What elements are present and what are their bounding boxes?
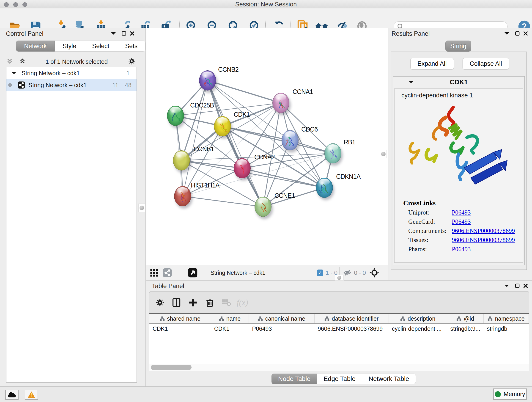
network-status-dot — [8, 83, 12, 87]
control-panel: Control Panel NetworkStyleSelectSets 1 o… — [0, 28, 146, 386]
crosshair-icon — [369, 268, 380, 278]
crosslink-link[interactable]: P06493 — [452, 209, 471, 216]
node-label-CDC25B: CDC25B — [190, 101, 214, 109]
node-CCNA2[interactable] — [234, 158, 251, 178]
table-cell[interactable]: CDK1 — [211, 324, 249, 333]
tab-edge-table[interactable]: Edge Table — [317, 374, 362, 384]
network-collection-row[interactable]: String Network – cdk1 1 — [6, 67, 137, 79]
tab-string[interactable]: String — [445, 41, 471, 51]
node-result-header[interactable]: CDK1 — [393, 77, 525, 88]
tab-select[interactable]: Select — [84, 41, 117, 51]
node-CDK1[interactable] — [214, 116, 231, 136]
table-cell[interactable]: cyclin-dependent ... — [389, 324, 447, 333]
node-label-CCNA1: CCNA1 — [293, 88, 313, 96]
delete-table-button — [220, 296, 233, 309]
left-splitter-handle[interactable] — [138, 204, 145, 212]
node-result-body: cyclin-dependent kinase 1 — [394, 89, 523, 263]
table-options-button[interactable] — [153, 296, 166, 309]
table-panel-float-button[interactable] — [513, 282, 521, 289]
control-panel-close-button[interactable] — [128, 30, 136, 37]
edge-CCNB2-CCNA1[interactable] — [208, 80, 281, 103]
external-arrow-icon — [188, 268, 198, 278]
center-view-button[interactable] — [369, 268, 380, 278]
table-cell[interactable]: P06493 — [249, 324, 314, 333]
control-panel-title: Control Panel — [6, 30, 44, 37]
show-grid-button[interactable] — [150, 268, 159, 278]
tab-network[interactable]: Network — [16, 41, 55, 51]
column-header-database-identifier[interactable]: database identifier — [315, 314, 389, 323]
table-cell[interactable]: stringdb — [484, 324, 529, 333]
scrollbar-thumb[interactable] — [151, 365, 191, 370]
delete-columns-button[interactable] — [203, 296, 216, 309]
node-result-section: CDK1 cyclin-dependent kinase 1 — [393, 76, 525, 265]
crosslink-row: Tissues:9606.ENSP00000378699 — [408, 236, 523, 244]
create-column-button[interactable] — [186, 296, 199, 309]
tab-network-table[interactable]: Network Table — [362, 374, 416, 384]
node-CDC6[interactable] — [282, 130, 298, 150]
crosslink-link[interactable]: 9606.ENSP00000378699 — [452, 236, 515, 244]
collapse-all-networks-button[interactable] — [19, 58, 26, 65]
expand-all-button[interactable]: Expand All — [410, 58, 454, 70]
node-label-CCNA2: CCNA2 — [254, 153, 275, 161]
crosslink-row: Compartments:9606.ENSP00000378699 — [408, 227, 523, 235]
node-CCNE1[interactable] — [254, 197, 272, 217]
node-CCNA1[interactable] — [272, 93, 289, 113]
control-panel-menu-button[interactable] — [109, 30, 117, 37]
node-CDC25B[interactable] — [167, 106, 184, 126]
table-row[interactable]: CDK1CDK1P064939606.ENSP00000378699cyclin… — [149, 324, 529, 333]
edge-CCNB1-CCNA2[interactable] — [181, 160, 242, 168]
network-edges — [146, 28, 388, 265]
control-panel-float-button[interactable] — [120, 30, 128, 37]
results-panel-float-button[interactable] — [513, 30, 521, 37]
column-header-@id[interactable]: @id — [447, 314, 484, 323]
column-header-namespace[interactable]: namespace — [484, 314, 529, 323]
crosslink-link[interactable]: 9606.ENSP00000378699 — [452, 227, 515, 235]
network-canvas[interactable]: CCNB2CCNA1CDC25BCDK1CDC6RB1CCNB1CCNA2CDK… — [146, 28, 388, 265]
network-view-title: String Network – cdk1 — [210, 268, 269, 278]
crosslink-label: Pharos: — [408, 246, 452, 253]
crosslink-link[interactable]: P06493 — [452, 218, 471, 225]
node-CCNB2[interactable] — [199, 70, 216, 90]
edge-HIST1H1A-CCNE1[interactable] — [183, 196, 263, 207]
results-panel-menu-button[interactable] — [503, 30, 511, 37]
memory-button[interactable]: Memory — [493, 389, 527, 400]
table-cell[interactable]: 9606.ENSP00000378699 — [315, 324, 389, 333]
node-CCNB1[interactable] — [173, 150, 190, 171]
tab-style[interactable]: Style — [55, 41, 84, 51]
column-header-label: description — [408, 315, 435, 322]
column-header-canonical-name[interactable]: canonical name — [249, 314, 315, 323]
tab-node-table[interactable]: Node Table — [272, 374, 317, 384]
results-panel-close-button[interactable] — [522, 30, 530, 37]
expand-all-networks-button[interactable] — [6, 58, 13, 65]
float-window-icon — [121, 31, 127, 36]
column-header-shared-name[interactable]: shared name — [149, 314, 211, 323]
node-RB1[interactable] — [324, 143, 341, 163]
right-splitter-handle[interactable] — [380, 150, 387, 158]
table-panel: Table Panel — [146, 280, 532, 386]
collection-count: 1 — [127, 70, 130, 77]
warnings-button[interactable] — [25, 390, 38, 400]
open-in-window-button[interactable] — [188, 268, 198, 278]
node-CDKN1A[interactable] — [316, 178, 333, 198]
table-panel-menu-button[interactable] — [503, 282, 511, 289]
bottom-splitter-handle[interactable] — [335, 275, 344, 281]
cloud-status-button[interactable] — [5, 390, 19, 400]
network-list-options-button[interactable] — [128, 57, 136, 66]
table-panel-close-button[interactable] — [522, 282, 530, 289]
network-label: String Network – cdk1 — [28, 82, 87, 89]
show-columns-button[interactable] — [170, 296, 183, 309]
birdseye-toggle-button[interactable] — [162, 268, 172, 278]
node-label-HIST1H1A: HIST1H1A — [191, 181, 220, 189]
network-row-selected[interactable]: String Network – cdk1 11 48 — [6, 79, 137, 91]
table-cell[interactable]: CDK1 — [149, 324, 211, 333]
column-header-description[interactable]: description — [389, 314, 447, 323]
tab-sets[interactable]: Sets — [117, 41, 146, 51]
column-header-name[interactable]: name — [211, 314, 249, 323]
fx-icon: f(x) — [237, 298, 248, 307]
node-label-CCNB2: CCNB2 — [218, 65, 239, 73]
crosslink-link[interactable]: P06493 — [452, 246, 471, 253]
table-cell[interactable]: stringdb:9... — [447, 324, 484, 333]
share-gray-icon — [162, 268, 172, 278]
node-HIST1H1A[interactable] — [174, 186, 191, 206]
collapse-all-button[interactable]: Collapse All — [462, 58, 509, 70]
